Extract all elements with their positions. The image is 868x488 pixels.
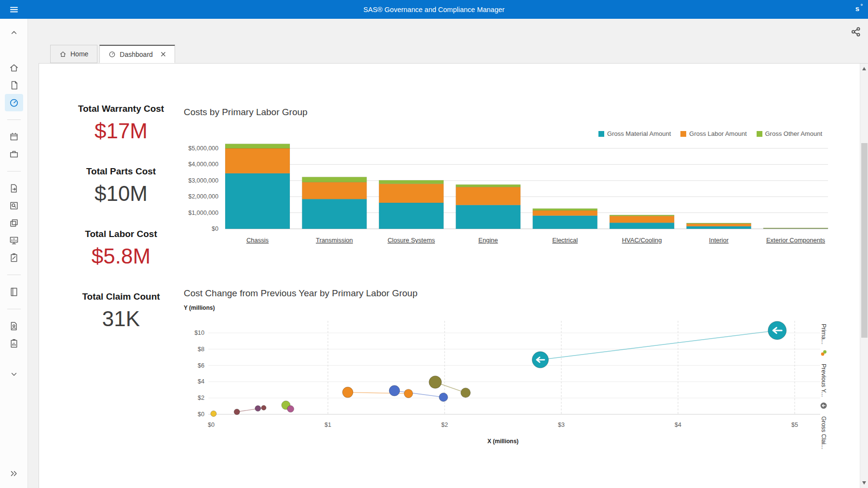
- bubble[interactable]: [429, 376, 442, 388]
- close-icon[interactable]: [161, 52, 166, 57]
- bubble-connector-line: [540, 330, 777, 360]
- bar-category-link[interactable]: Transmission: [316, 237, 353, 244]
- y-tick-label: $6: [198, 362, 204, 369]
- bar-segment[interactable]: [687, 223, 751, 224]
- sidebar-item-cases[interactable]: [5, 145, 23, 163]
- y-tick-label: $3,000,000: [188, 177, 218, 184]
- bar-segment[interactable]: [456, 185, 520, 187]
- bar-segment[interactable]: [610, 216, 674, 223]
- y-tick-label: $0: [212, 225, 218, 232]
- sidebar-item-analytics[interactable]: [5, 335, 23, 352]
- bubble[interactable]: [255, 406, 261, 411]
- bar-segment[interactable]: [456, 205, 520, 229]
- bar-segment[interactable]: [456, 187, 520, 205]
- bar-segment[interactable]: [225, 148, 290, 173]
- bubble[interactable]: [261, 405, 266, 410]
- bar-segment[interactable]: [225, 173, 290, 229]
- bar-category-link[interactable]: Exterior Components: [766, 237, 826, 244]
- y-tick-label: $0: [198, 411, 204, 418]
- sidebar-item-dashboard[interactable]: [5, 94, 23, 111]
- bar-segment[interactable]: [763, 228, 828, 228]
- bubble[interactable]: [234, 409, 240, 415]
- tab-home[interactable]: Home: [50, 45, 97, 63]
- bar-category-link[interactable]: HVAC/Cooling: [622, 237, 662, 244]
- bubble[interactable]: [389, 385, 400, 396]
- profile-icon[interactable]: s: [855, 4, 859, 13]
- home-icon: [59, 51, 67, 58]
- bar-category-link[interactable]: Chassis: [246, 237, 269, 244]
- bubble-legend-label[interactable]: Gross Clai...: [820, 416, 827, 449]
- bar-segment[interactable]: [302, 177, 366, 182]
- bar-segment[interactable]: [533, 216, 597, 229]
- bubble[interactable]: [461, 388, 471, 397]
- sidebar-divider: [7, 171, 21, 171]
- bar-segment[interactable]: [687, 224, 751, 226]
- kpi-value: 31K: [82, 306, 160, 331]
- bubble[interactable]: [211, 411, 217, 417]
- kpi-label: Total Parts Cost: [86, 166, 156, 177]
- bubble-right-legend: Prima...Previous Y...Gross Clai...: [820, 324, 827, 449]
- y-tick-label: $2,000,000: [188, 193, 218, 200]
- bar-segment[interactable]: [533, 211, 597, 216]
- bubble[interactable]: [287, 406, 294, 412]
- bubble-chart-title: Cost Change from Previous Year by Primar…: [184, 288, 418, 299]
- bar-segment[interactable]: [225, 144, 290, 148]
- profile-initial: s: [855, 4, 859, 13]
- sidebar-item-layers[interactable]: [5, 214, 23, 232]
- kpi-total-claim-count: Total Claim Count 31K: [82, 291, 160, 331]
- sidebar-item-home[interactable]: [5, 59, 23, 77]
- scroll-thumb[interactable]: [861, 143, 868, 338]
- x-tick-label: $4: [675, 422, 681, 428]
- sidebar-item-profiles[interactable]: [5, 317, 23, 335]
- sidebar-scroll-up[interactable]: [5, 24, 23, 41]
- bar-segment[interactable]: [302, 182, 366, 199]
- kpi-label: Total Labor Cost: [85, 228, 157, 240]
- tab-bar: Home Dashboard: [50, 45, 175, 63]
- bar-category-link[interactable]: Closure Systems: [388, 237, 435, 244]
- sidebar-item-journal[interactable]: [5, 283, 23, 301]
- bubble[interactable]: [439, 393, 448, 402]
- sidebar-item-calendar[interactable]: [5, 128, 23, 145]
- sidebar-item-documents[interactable]: [5, 77, 23, 94]
- sidebar-item-assessments[interactable]: [5, 249, 23, 266]
- sidebar-scroll-down[interactable]: [5, 366, 23, 383]
- sidebar-item-search[interactable]: [5, 197, 23, 214]
- bubble-legend-label[interactable]: Previous Y...: [820, 364, 827, 397]
- bubble[interactable]: [342, 387, 353, 397]
- x-tick-label: $2: [441, 422, 448, 428]
- share-icon[interactable]: [851, 26, 861, 39]
- bar-segment[interactable]: [379, 180, 444, 184]
- kpi-total-warranty-cost: Total Warranty Cost $17M: [78, 103, 164, 144]
- bar-segment[interactable]: [533, 209, 597, 211]
- y-tick-label: $2: [198, 395, 204, 401]
- bubble[interactable]: [404, 389, 413, 398]
- y-tick-label: $4: [198, 378, 204, 385]
- scroll-down-icon[interactable]: [862, 481, 866, 485]
- app-title: SAS® Governance and Compliance Manager: [0, 6, 868, 13]
- y-tick-label: $4,000,000: [188, 161, 218, 168]
- tab-dashboard[interactable]: Dashboard: [99, 45, 175, 63]
- kpi-label: Total Claim Count: [82, 291, 160, 303]
- sidebar-item-reports[interactable]: [5, 232, 23, 249]
- tab-label: Dashboard: [120, 51, 153, 58]
- bubble-legend-label[interactable]: Prima...: [820, 324, 827, 344]
- bar-segment[interactable]: [379, 184, 444, 202]
- scrollbar[interactable]: [860, 64, 868, 488]
- y-tick-label: $1,000,000: [188, 210, 218, 216]
- dashboard-icon: [108, 51, 116, 58]
- bar-segment[interactable]: [610, 223, 674, 229]
- x-tick-label: $3: [558, 422, 565, 428]
- sidebar-expand[interactable]: [5, 465, 23, 482]
- menu-icon[interactable]: [0, 5, 28, 14]
- bar-segment[interactable]: [379, 203, 444, 229]
- bar-category-link[interactable]: Engine: [478, 237, 498, 244]
- bar-category-link[interactable]: Electrical: [552, 237, 578, 244]
- bar-segment[interactable]: [687, 226, 751, 229]
- kpi-column: Total Warranty Cost $17M Total Parts Cos…: [39, 103, 203, 331]
- scroll-up-icon[interactable]: [862, 67, 866, 70]
- bar-category-link[interactable]: Interior: [709, 237, 729, 244]
- sidebar-item-file-export[interactable]: [5, 180, 23, 197]
- bar-segment[interactable]: [302, 199, 366, 229]
- bar-segment[interactable]: [610, 215, 674, 216]
- bubble-y-axis-label: Y (millions): [184, 304, 215, 311]
